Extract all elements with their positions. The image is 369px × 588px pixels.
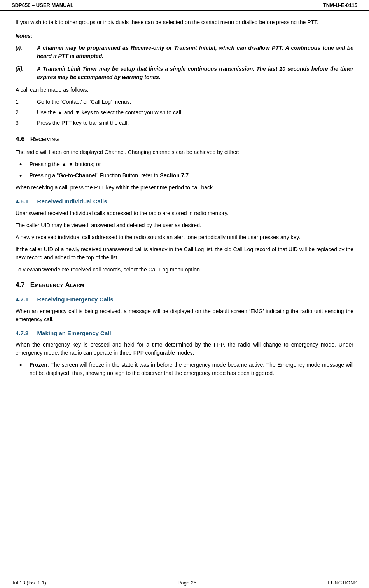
note-text-1: A channel may be programmed as Receive-o…: [37, 44, 353, 60]
section-472-para: When the emergency key is pressed and he…: [16, 341, 353, 357]
note-label-1: (i).: [16, 44, 37, 60]
section-47-title: Emergency Alarm: [30, 280, 84, 290]
call-intro: A call can be made as follows:: [16, 86, 353, 94]
step-2: 2 Use the ▲ and ▼ keys to select the con…: [16, 108, 353, 117]
main-content: If you wish to talk to other groups or i…: [0, 11, 369, 577]
intro-paragraph: If you wish to talk to other groups or i…: [16, 18, 353, 26]
section-471-para: When an emergency call is being received…: [16, 307, 353, 324]
step-3: 3 Press the PTT key to transmit the call…: [16, 119, 353, 127]
section-471-title: Receiving Emergency Calls: [37, 296, 114, 303]
header-title-left: SDP650 – USER MANUAL: [12, 2, 73, 8]
note-item-1: (i). A channel may be programmed as Rece…: [16, 44, 353, 60]
footer-right: FUNCTIONS: [328, 580, 357, 586]
bullet-text-46-2: Pressing a "Go-to-Channel" Function Butt…: [30, 172, 190, 180]
section-46-number: 4.6: [16, 134, 25, 144]
section-461-para-3: A newly received individual call address…: [16, 233, 353, 242]
numbered-steps: 1 Go to the ‘Contact’ or ‘Call Log’ menu…: [16, 98, 353, 127]
section-461-number: 4.6.1: [16, 198, 28, 205]
step-text-2: Use the ▲ and ▼ keys to select the conta…: [37, 108, 183, 117]
footer-left: Jul 13 (Iss. 1.1): [12, 580, 46, 586]
header-title-right: TNM-U-E-0115: [323, 2, 357, 8]
section-472-bullets: • Frozen. The screen will freeze in the …: [16, 361, 353, 377]
bullet-dot-472-1: •: [16, 361, 30, 370]
section-472-heading: 4.7.2 Making an Emergency Call: [16, 329, 353, 338]
bullet-46-1: • Pressing the ▲ ▼ buttons; or: [16, 160, 353, 169]
step-1: 1 Go to the ‘Contact’ or ‘Call Log’ menu…: [16, 98, 353, 106]
bullet-text-472-1: Frozen. The screen will freeze in the st…: [30, 361, 353, 377]
section-47-heading: 4.7 Emergency Alarm: [16, 280, 353, 290]
section-461-para-4: If the caller UID of a newly received un…: [16, 245, 353, 262]
bullet-46-2: • Pressing a "Go-to-Channel" Function Bu…: [16, 172, 353, 180]
section-46-title: Receiving: [30, 134, 59, 144]
section-46-intro: The radio will listen on the displayed C…: [16, 148, 353, 156]
bullet-dot-2: •: [16, 172, 30, 180]
step-text-1: Go to the ‘Contact’ or ‘Call Log’ menus.: [37, 98, 131, 106]
section-461-heading: 4.6.1 Received Individual Calls: [16, 197, 353, 206]
section-461-para-1: Unanswered received Individual calls add…: [16, 209, 353, 217]
note-label-2: (ii).: [16, 65, 37, 81]
section-471-number: 4.7.1: [16, 296, 28, 303]
note-item-2: (ii). A Transmit Limit Timer may be setu…: [16, 65, 353, 81]
section-46-heading: 4.6 Receiving: [16, 134, 353, 144]
note-text-2: A Transmit Limit Timer may be setup that…: [37, 65, 353, 81]
step-text-3: Press the PTT key to transmit the call.: [37, 119, 129, 127]
section-472-title: Making an Emergency Call: [37, 330, 111, 336]
section-46-callback: When receiving a call, press the PTT key…: [16, 184, 353, 192]
section-461-title: Received Individual Calls: [37, 198, 107, 205]
section-472-number: 4.7.2: [16, 330, 28, 336]
notes-label: Notes:: [16, 32, 353, 40]
page-container: SDP650 – USER MANUAL TNM-U-E-0115 If you…: [0, 0, 369, 588]
section-46-bullets: • Pressing the ▲ ▼ buttons; or • Pressin…: [16, 160, 353, 181]
section-47-number: 4.7: [16, 280, 25, 290]
bullet-dot-1: •: [16, 160, 30, 169]
section-461-para-5: To view/answer/delete received call reco…: [16, 266, 353, 274]
step-num-1: 1: [16, 98, 37, 106]
bullet-472-1: • Frozen. The screen will freeze in the …: [16, 361, 353, 377]
page-header: SDP650 – USER MANUAL TNM-U-E-0115: [0, 0, 369, 11]
footer-center: Page 25: [178, 580, 196, 586]
step-num-3: 3: [16, 119, 37, 127]
step-num-2: 2: [16, 108, 37, 117]
section-471-heading: 4.7.1 Receiving Emergency Calls: [16, 295, 353, 304]
bullet-text-46-1: Pressing the ▲ ▼ buttons; or: [30, 160, 101, 168]
page-footer: Jul 13 (Iss. 1.1) Page 25 FUNCTIONS: [0, 577, 369, 588]
section-461-para-2: The caller UID may be viewed, answered a…: [16, 221, 353, 229]
